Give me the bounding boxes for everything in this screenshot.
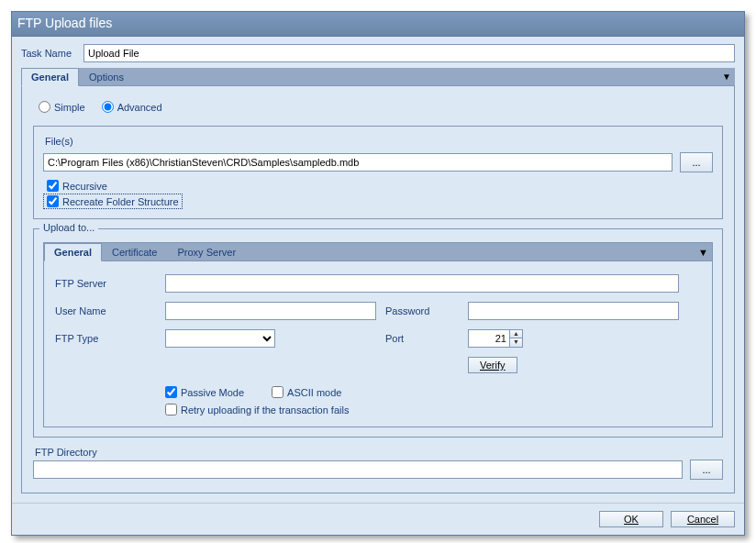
port-stepper: ▲ ▼ [468,329,679,348]
ftpserver-input[interactable] [165,274,679,293]
upload-options: Passive Mode ASCII mode Retry uploading … [165,386,701,416]
files-path-row: ... [43,152,713,172]
retry-label: Retry uploading if the transaction fails [181,404,349,416]
files-path-input[interactable] [43,153,673,172]
files-check-col: Recursive Recreate Folder Structure [43,178,713,209]
task-name-label: Task Name [21,48,76,59]
tabstrip-overflow-icon[interactable]: ▼ [722,72,731,82]
username-input[interactable] [165,302,376,320]
port-input[interactable] [468,329,510,348]
verify-button[interactable]: Verify [468,357,517,373]
mode-advanced[interactable]: Advanced [102,101,162,113]
ftpdirectory-input[interactable] [33,460,683,479]
ascii-checkbox[interactable] [272,386,284,398]
dialog-footer: OK Cancel [12,503,744,535]
mode-row: Simple Advanced [39,101,723,113]
mode-simple-radio[interactable] [39,101,50,113]
ascii-label: ASCII mode [287,387,341,398]
upload-form-grid: FTP Server User Name Password FTP Type P… [55,274,701,373]
ftptype-label: FTP Type [55,333,156,344]
recreate-label: Recreate Folder Structure [62,196,179,207]
files-browse-button[interactable]: ... [680,152,713,172]
upload-legend: Upload to... [39,222,98,233]
port-spinner-up[interactable]: ▲ [510,330,522,338]
ftpdirectory-label: FTP Directory [35,447,723,458]
recreate-check[interactable]: Recreate Folder Structure [43,194,183,209]
username-label: User Name [55,305,156,316]
upload-tabstrip-overflow-icon[interactable]: ▼ [698,247,708,258]
ok-button[interactable]: OK [599,511,663,527]
upload-tab-general[interactable]: General [44,243,102,261]
upload-tabstrip: General Certificate Proxy Server ▼ [43,242,713,261]
ftpserver-label: FTP Server [55,278,156,289]
retry-check[interactable]: Retry uploading if the transaction fails [165,404,701,416]
files-label: File(s) [45,136,713,147]
general-panel: Simple Advanced File(s) ... Recursive [21,86,735,493]
port-spinner-down[interactable]: ▼ [510,338,522,347]
task-name-input[interactable] [83,44,735,62]
upload-panel: FTP Server User Name Password FTP Type P… [43,261,713,427]
files-fieldset: File(s) ... Recursive Recreate Folder St… [33,126,723,219]
upload-tab-proxy[interactable]: Proxy Server [168,243,247,261]
passive-check[interactable]: Passive Mode [165,386,244,398]
cancel-button[interactable]: Cancel [671,511,735,527]
task-name-row: Task Name [21,44,735,62]
tab-options[interactable]: Options [79,68,134,86]
recreate-checkbox[interactable] [47,195,59,207]
port-spinner: ▲ ▼ [510,329,523,348]
retry-checkbox[interactable] [165,404,177,416]
port-label: Port [385,333,459,344]
main-tabstrip: General Options ▼ [21,68,735,86]
ftpdirectory-row: ... [33,460,723,480]
mode-advanced-label: Advanced [117,102,162,113]
window-title: FTP Upload files [12,12,744,37]
recursive-label: Recursive [62,181,107,192]
ftptype-select[interactable] [165,329,275,348]
mode-advanced-radio[interactable] [102,101,114,113]
recursive-check[interactable]: Recursive [43,178,111,194]
tab-general[interactable]: General [21,68,79,86]
password-input[interactable] [468,302,679,320]
mode-simple-label: Simple [54,102,85,113]
password-label: Password [385,305,459,316]
mode-simple[interactable]: Simple [39,101,85,113]
upload-fieldset: Upload to... General Certificate Proxy S… [33,228,723,438]
dialog-window: FTP Upload files Task Name General Optio… [11,11,745,536]
passive-checkbox[interactable] [165,386,177,398]
dialog-body: Task Name General Options ▼ Simple Advan… [12,37,744,503]
ascii-check[interactable]: ASCII mode [272,386,341,398]
recursive-checkbox[interactable] [47,180,59,192]
upload-tab-certificate[interactable]: Certificate [102,243,168,261]
passive-label: Passive Mode [181,387,244,398]
ftpdirectory-browse-button[interactable]: ... [690,460,723,480]
